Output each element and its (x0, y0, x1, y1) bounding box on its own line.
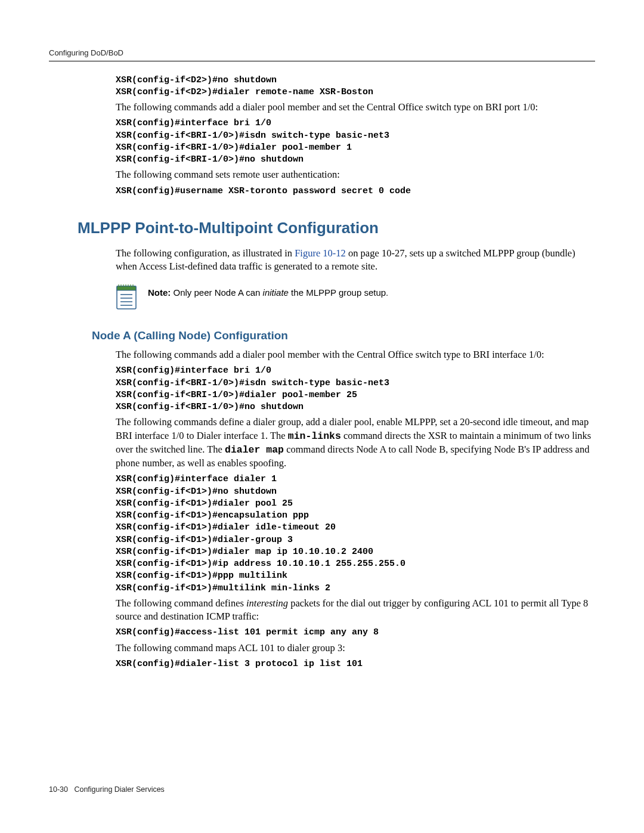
text-run: Only peer Node A can (171, 287, 262, 298)
code-line: XSR(config-if<D1>)#multilink min-links 2 (116, 583, 595, 594)
content-column: XSR(config-if<D2>)#no shutdown XSR(confi… (116, 75, 595, 197)
code-line: XSR(config-if<D2>)#dialer remote-name XS… (116, 86, 595, 98)
code-line: XSR(config-if<BRI-1/0>)#isdn switch-type… (116, 377, 595, 389)
body-paragraph: The following commands add a dialer pool… (116, 348, 595, 361)
note-text: Note: Only peer Node A can initiate the … (148, 283, 388, 299)
code-line: XSR(config-if<BRI-1/0>)#isdn switch-type… (116, 130, 595, 142)
code-line: XSR(config-if<BRI-1/0>)#no shutdown (116, 154, 595, 166)
content-column: The following commands add a dialer pool… (116, 348, 595, 670)
code-line: XSR(config-if<D1>)#ppp multilink (116, 570, 595, 582)
body-paragraph: The following commands define a dialer g… (116, 416, 595, 470)
body-paragraph: The following command sets remote user a… (116, 168, 595, 181)
text-run: The following command defines (116, 597, 246, 609)
note-block: Note: Only peer Node A can initiate the … (116, 283, 595, 310)
body-paragraph: The following commands add a dialer pool… (116, 101, 595, 114)
code-line: XSR(config)#dialer-list 3 protocol ip li… (116, 658, 595, 670)
footer-title: Configuring Dialer Services (74, 785, 164, 794)
code-line: XSR(config-if<D1>)#dialer pool 25 (116, 498, 595, 510)
text-italic: interesting (246, 597, 288, 609)
body-paragraph: The following command maps ACL 101 to di… (116, 642, 595, 655)
code-line: XSR(config-if<BRI-1/0>)#no shutdown (116, 401, 595, 413)
body-paragraph: The following configuration, as illustra… (116, 247, 595, 274)
page: Configuring DoD/BoD XSR(config-if<D2>)#n… (0, 0, 644, 833)
notepad-icon (116, 283, 137, 310)
code-line: XSR(config-if<D1>)#ip address 10.10.10.1… (116, 558, 595, 570)
body-paragraph: The following command defines interestin… (116, 597, 595, 624)
code-line: XSR(config)#interface dialer 1 (116, 473, 595, 485)
code-line: XSR(config)#username XSR-toronto passwor… (116, 185, 595, 197)
figure-link[interactable]: Figure 10-12 (295, 247, 346, 259)
running-header: Configuring DoD/BoD (49, 48, 595, 61)
code-line: XSR(config-if<BRI-1/0>)#dialer pool-memb… (116, 389, 595, 401)
code-line: XSR(config-if<D2>)#no shutdown (116, 75, 595, 86)
code-line: XSR(config-if<D1>)#dialer map ip 10.10.1… (116, 546, 595, 558)
code-line: XSR(config)#interface bri 1/0 (116, 365, 595, 377)
heading-1: MLPPP Point-to-Multipoint Configuration (49, 218, 595, 239)
text-italic: initiate (263, 287, 289, 298)
heading-2: Node A (Calling Node) Configuration (49, 328, 595, 343)
code-line: XSR(config)#interface bri 1/0 (116, 117, 595, 129)
note-label: Note: (148, 287, 171, 298)
text-run: The following configuration, as illustra… (116, 247, 295, 259)
code-line: XSR(config-if<D1>)#no shutdown (116, 486, 595, 498)
content-column: The following configuration, as illustra… (116, 247, 595, 311)
code-line: XSR(config)#access-list 101 permit icmp … (116, 627, 595, 639)
page-number: 10-30 (49, 785, 68, 794)
code-line: XSR(config-if<BRI-1/0>)#dialer pool-memb… (116, 142, 595, 154)
code-line: XSR(config-if<D1>)#dialer idle-timeout 2… (116, 522, 595, 534)
page-footer: 10-30 Configuring Dialer Services (49, 785, 165, 795)
code-line: XSR(config-if<D1>)#dialer-group 3 (116, 534, 595, 546)
text-run: the MLPPP group setup. (289, 287, 388, 298)
inline-code: dialer map (225, 444, 284, 456)
code-line: XSR(config-if<D1>)#encapsulation ppp (116, 510, 595, 522)
inline-code: min-links (288, 431, 341, 442)
